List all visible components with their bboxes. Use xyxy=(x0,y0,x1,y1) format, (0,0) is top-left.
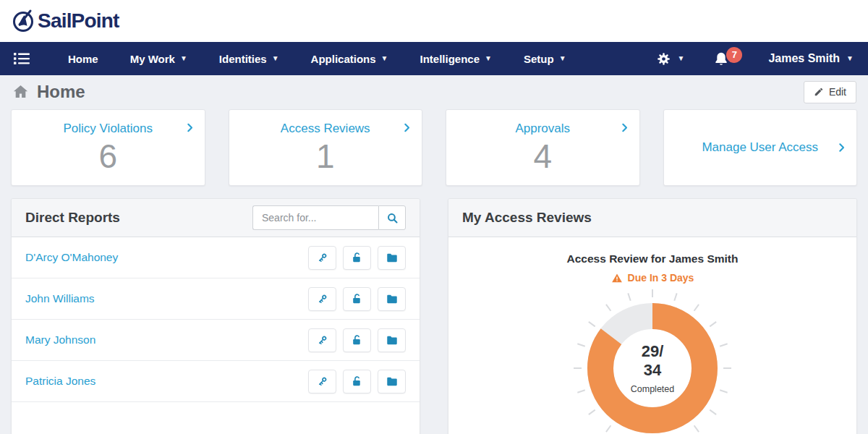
my-access-reviews-header: My Access Reviews xyxy=(448,199,856,237)
chevron-down-icon: ▼ xyxy=(180,55,187,62)
chevron-right-icon[interactable] xyxy=(836,142,847,153)
access-reviews-count: 1 xyxy=(229,136,422,178)
settings-menu[interactable]: ▼ xyxy=(656,51,684,67)
report-name-link[interactable]: D'Arcy O'Mahoney xyxy=(25,251,118,264)
key-icon xyxy=(316,334,328,346)
dashboard-panels: Direct Reports D'Arcy O'Mahoney xyxy=(11,198,857,434)
chevron-down-icon: ▼ xyxy=(677,55,684,62)
password-button[interactable] xyxy=(343,246,371,270)
nav-label: Home xyxy=(68,53,98,65)
chevron-down-icon: ▼ xyxy=(846,55,854,62)
password-button[interactable] xyxy=(343,287,371,311)
quicklink-cards: Policy Violations 6 Access Reviews 1 App… xyxy=(11,109,857,186)
unlock-icon xyxy=(351,252,363,264)
unlock-icon xyxy=(351,293,363,305)
edit-button[interactable]: Edit xyxy=(804,81,856,103)
due-text: Due In 3 Days xyxy=(628,272,694,284)
edit-button-label: Edit xyxy=(829,86,846,98)
entitlements-button[interactable] xyxy=(308,246,336,270)
logo-text: SailPoint xyxy=(38,9,119,33)
sailpoint-dashboard: SailPoint Home My Work▼ Identities▼ Appl… xyxy=(0,0,868,434)
nav-item-setup[interactable]: Setup▼ xyxy=(508,42,582,75)
user-menu[interactable]: James Smith ▼ xyxy=(768,52,854,65)
direct-reports-search xyxy=(252,205,406,230)
nav-item-home[interactable]: Home xyxy=(52,42,114,75)
card-access-reviews: Access Reviews 1 xyxy=(229,109,423,186)
sailpoint-logo: SailPoint xyxy=(11,9,119,33)
search-button[interactable] xyxy=(378,205,406,230)
key-icon xyxy=(316,293,328,305)
details-button[interactable] xyxy=(378,328,406,352)
report-name-link[interactable]: John Williams xyxy=(25,292,95,305)
row-actions xyxy=(308,246,406,270)
report-name-link[interactable]: Mary Johnson xyxy=(25,333,95,346)
unlock-icon xyxy=(351,375,363,388)
chevron-right-icon[interactable] xyxy=(401,122,412,133)
chevron-down-icon: ▼ xyxy=(559,55,566,62)
direct-reports-title: Direct Reports xyxy=(25,210,120,226)
nav-label: My Work xyxy=(130,53,175,65)
gear-icon xyxy=(656,51,671,67)
key-icon xyxy=(316,375,328,388)
nav-item-applications[interactable]: Applications▼ xyxy=(295,42,404,75)
home-icon xyxy=(12,83,30,101)
folder-icon xyxy=(386,334,399,346)
unlock-icon xyxy=(351,334,363,346)
row-actions xyxy=(308,328,406,352)
details-button[interactable] xyxy=(378,246,406,270)
password-button[interactable] xyxy=(343,328,371,352)
folder-icon xyxy=(386,293,399,305)
main-navbar: Home My Work▼ Identities▼ Applications▼ … xyxy=(0,42,868,75)
access-review-name: Access Review for James Smith xyxy=(567,252,739,265)
nav-item-my-work[interactable]: My Work▼ xyxy=(114,42,203,75)
details-button[interactable] xyxy=(378,287,406,311)
approvals-link[interactable]: Approvals xyxy=(446,122,639,136)
due-status: Due In 3 Days xyxy=(611,272,694,284)
chevron-right-icon[interactable] xyxy=(619,122,630,133)
warning-triangle-icon xyxy=(611,273,623,284)
top-bar: SailPoint xyxy=(0,0,868,42)
policy-violations-count: 6 xyxy=(12,136,205,178)
access-review-body: Access Review for James Smith Due In 3 D… xyxy=(448,237,856,434)
nav-item-intelligence[interactable]: Intelligence▼ xyxy=(404,42,508,75)
report-name-link[interactable]: Patricia Jones xyxy=(25,375,95,388)
notifications-button[interactable]: 7 xyxy=(713,51,729,67)
details-button[interactable] xyxy=(378,370,406,393)
direct-reports-panel: Direct Reports D'Arcy O'Mahoney xyxy=(11,198,420,434)
list-menu-icon[interactable] xyxy=(10,48,33,69)
nav-right: ▼ 7 James Smith ▼ xyxy=(656,51,858,67)
manage-user-access-link[interactable]: Manage User Access xyxy=(702,140,818,155)
nav-label: Applications xyxy=(311,53,376,65)
page-title-text: Home xyxy=(37,82,85,102)
row-actions xyxy=(308,370,406,393)
password-button[interactable] xyxy=(343,370,371,393)
chevron-right-icon[interactable] xyxy=(184,122,195,133)
nav-item-identities[interactable]: Identities▼ xyxy=(203,42,295,75)
card-approvals: Approvals 4 xyxy=(446,109,640,186)
progress-donut-chart: 29/ 34 Completed xyxy=(572,288,733,434)
access-reviews-link[interactable]: Access Reviews xyxy=(229,122,422,136)
entitlements-button[interactable] xyxy=(308,328,336,352)
my-access-reviews-panel: My Access Reviews Access Review for Jame… xyxy=(448,198,857,434)
key-icon xyxy=(316,252,328,264)
search-icon xyxy=(386,212,399,224)
chevron-down-icon: ▼ xyxy=(272,55,279,62)
page-header-bar: Home Edit xyxy=(0,75,868,109)
table-row: John Williams xyxy=(12,278,420,320)
sailpoint-logo-icon xyxy=(11,9,35,33)
row-actions xyxy=(308,287,406,311)
entitlements-button[interactable] xyxy=(308,370,336,393)
chevron-down-icon: ▼ xyxy=(485,55,492,62)
page-title: Home xyxy=(12,82,85,102)
nav-label: Setup xyxy=(524,53,554,65)
approvals-count: 4 xyxy=(446,136,639,178)
nav-label: Intelligence xyxy=(420,53,480,65)
notification-badge: 7 xyxy=(726,47,742,63)
search-input[interactable] xyxy=(252,205,378,230)
entitlements-button[interactable] xyxy=(308,287,336,311)
pencil-icon xyxy=(814,87,824,97)
chevron-down-icon: ▼ xyxy=(381,55,388,62)
nav-items: Home My Work▼ Identities▼ Applications▼ … xyxy=(52,42,582,75)
policy-violations-link[interactable]: Policy Violations xyxy=(12,122,205,136)
card-policy-violations: Policy Violations 6 xyxy=(11,109,205,186)
